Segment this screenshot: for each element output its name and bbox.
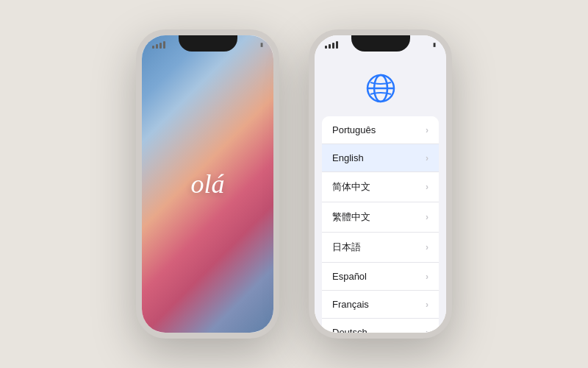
chevron-icon-simplified-chinese: ›: [426, 182, 429, 192]
chevron-icon-deutsch: ›: [426, 328, 429, 338]
lang-item-deutsch[interactable]: Deutsch ›: [322, 319, 439, 339]
chevron-icon-espanol: ›: [426, 272, 429, 282]
chevron-icon-english: ›: [426, 153, 429, 163]
lang-item-english[interactable]: English ›: [322, 144, 439, 172]
lang-name-francais: Français: [332, 299, 369, 310]
lang-item-espanol[interactable]: Español ›: [322, 263, 439, 291]
greeting-text: olá: [190, 169, 224, 199]
language-list: Português › English › 简体中文 › 繁體中文 › 日本語 …: [322, 116, 439, 339]
battery-icon: ▮: [260, 42, 263, 48]
status-bar-right: ▮: [315, 38, 446, 52]
globe-icon: [365, 72, 397, 105]
left-phone: ▮ olá: [136, 29, 279, 339]
lang-item-traditional-chinese[interactable]: 繁體中文 ›: [322, 202, 439, 233]
lang-item-simplified-chinese[interactable]: 简体中文 ›: [322, 172, 439, 202]
lang-name-espanol: Español: [332, 271, 367, 282]
lang-name-english: English: [332, 152, 364, 163]
chevron-icon-francais: ›: [426, 300, 429, 310]
lang-name-portugues: Português: [332, 124, 376, 135]
lang-item-francais[interactable]: Français ›: [322, 291, 439, 319]
right-phone: ▮ Português › English › 简体中文: [309, 29, 452, 339]
lang-name-japanese: 日本語: [332, 241, 361, 254]
lang-name-deutsch: Deutsch: [332, 327, 368, 338]
battery-icon-right: ▮: [433, 42, 436, 48]
status-bar-left: ▮: [142, 38, 273, 52]
chevron-icon-japanese: ›: [426, 242, 429, 252]
chevron-icon-portugues: ›: [426, 125, 429, 135]
lang-item-japanese[interactable]: 日本語 ›: [322, 233, 439, 263]
lang-name-traditional-chinese: 繁體中文: [332, 210, 370, 224]
lang-item-portugues[interactable]: Português ›: [322, 116, 439, 144]
signal-icon-right: [325, 41, 338, 49]
chevron-icon-traditional-chinese: ›: [426, 212, 429, 222]
lang-name-simplified-chinese: 简体中文: [332, 180, 370, 194]
signal-icon: [152, 41, 165, 49]
language-screen: Português › English › 简体中文 › 繁體中文 › 日本語 …: [315, 35, 446, 333]
